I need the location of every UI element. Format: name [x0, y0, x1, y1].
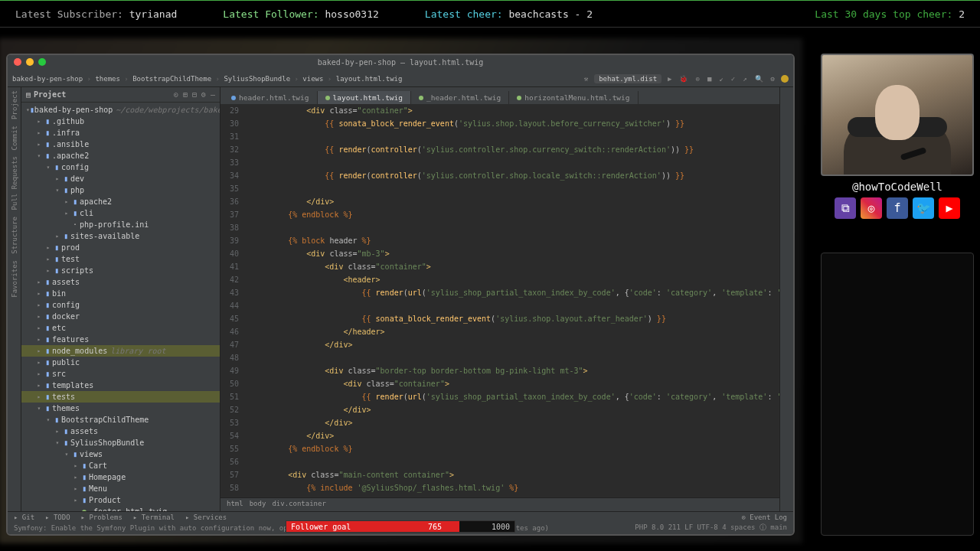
breadcrumb-item[interactable]: baked-by-pen-shop [12, 75, 95, 83]
code-lines[interactable]: <div class="container"> {{ sonata_block_… [245, 104, 779, 497]
project-tool-tab[interactable]: Project [11, 90, 18, 119]
tree-item[interactable]: ● _footer.html.twig [21, 506, 220, 511]
editor-tab[interactable]: header.html.twig [224, 91, 318, 104]
tree-item[interactable]: ▸ ▮ dev [21, 173, 220, 184]
right-tool-strip[interactable] [779, 87, 793, 511]
tree-item[interactable]: ▸ ▮ assets [21, 425, 220, 437]
breadcrumb-item[interactable]: views [302, 75, 335, 83]
folder-icon: ▮ [43, 289, 52, 298]
tree-item[interactable]: ▸ ▮ .github [21, 116, 220, 127]
tree-item[interactable]: ▾ ▮ themes [21, 403, 220, 414]
tree-item[interactable]: ▾ ▮ baked-by-pen-shop~/code/webprojects/… [21, 104, 220, 116]
tree-item[interactable]: ▾ ▮ .apache2 [21, 150, 220, 161]
folder-icon: ▮ [52, 416, 61, 424]
tool-window-tab[interactable]: ▸ Terminal [133, 514, 175, 521]
tree-item[interactable]: ▾ ▮ config [21, 161, 220, 173]
editor-tab[interactable]: layout.html.twig [318, 91, 412, 104]
editor-tab[interactable]: horizontalMenu.html.twig [509, 91, 638, 104]
close-icon[interactable] [14, 58, 21, 66]
code-crumb[interactable]: body [250, 500, 266, 510]
tree-item[interactable]: · php-profile.ini [21, 219, 220, 230]
tree-item[interactable]: ▸ ▮ sites-available [21, 230, 220, 242]
tree-item[interactable]: ▸ ▮ bin [21, 288, 220, 299]
project-dropdown[interactable]: ▤ [26, 90, 31, 99]
tree-item[interactable]: ▸ ▮ Cart [21, 460, 220, 471]
event-log-link[interactable]: ⊙ Event Log [741, 514, 787, 521]
stop-icon[interactable]: ■ [706, 75, 713, 83]
git-commit-icon[interactable]: ✓ [730, 75, 737, 83]
select-opened-icon[interactable]: ⊙ [174, 90, 178, 99]
favorites-tool-tab[interactable]: Favorites [11, 260, 18, 298]
expand-all-icon[interactable]: ⊞ [183, 90, 188, 99]
project-tree[interactable]: ▾ ▮ baked-by-pen-shop~/code/webprojects/… [21, 103, 220, 511]
hammer-icon[interactable]: ⚒ [583, 75, 590, 83]
settings-icon[interactable]: ⚙ [201, 90, 206, 99]
tree-item[interactable]: ▸ ▮ config [21, 299, 220, 311]
left-tool-strip[interactable]: Project Commit Pull Requests Structure F… [8, 87, 21, 511]
git-pull-icon[interactable]: ↙ [717, 75, 724, 83]
editor-tab[interactable]: _header.html.twig [411, 91, 509, 104]
maximize-icon[interactable] [38, 58, 46, 66]
tree-item[interactable]: ▸ ▮ cli [21, 207, 220, 219]
tree-item[interactable]: ▸ ▮ tests [21, 391, 220, 403]
tree-item[interactable]: ▾ ▮ views [21, 448, 220, 460]
tool-window-tab[interactable]: ▸ Problems [81, 514, 122, 521]
tree-item[interactable]: ▸ ▮ .infra [21, 127, 220, 139]
tool-window-tab[interactable]: ▸ Git [14, 514, 34, 521]
follower-goal-bar: Follower goal 765 1000 [286, 520, 515, 533]
tool-window-tab[interactable]: ▸ Services [185, 514, 227, 521]
editor-tabs[interactable]: header.html.twiglayout.html.twig_header.… [220, 87, 779, 104]
collapse-all-icon[interactable]: ⊟ [192, 90, 197, 99]
tree-item[interactable]: ▸ ▮ etc [21, 322, 220, 334]
tree-item[interactable]: ▾ ▮ BootstrapChildTheme [21, 414, 220, 425]
tree-item[interactable]: ▸ ▮ assets [21, 276, 220, 288]
folder-icon: ▮ [61, 186, 70, 194]
tree-item[interactable]: ▾ ▮ php [21, 184, 220, 196]
notifications-icon[interactable] [781, 75, 789, 83]
run-icon[interactable]: ▶ [666, 75, 673, 83]
tree-item[interactable]: ▸ ▮ .ansible [21, 139, 220, 150]
window-controls[interactable] [14, 58, 46, 66]
breadcrumb-item[interactable]: layout.html.twig [336, 75, 403, 83]
twitch-icon[interactable]: ⧉ [835, 197, 856, 219]
tree-item[interactable]: ▾ ▮ SyliusShopBundle [21, 437, 220, 448]
minimize-icon[interactable] [26, 58, 34, 66]
youtube-icon[interactable]: ▶ [939, 197, 960, 219]
tree-item[interactable]: ▸ ▮ public [21, 357, 220, 368]
tree-item[interactable]: ▸ ▮ src [21, 368, 220, 380]
project-title[interactable]: Project [34, 90, 66, 99]
breadcrumb-item[interactable]: BootstrapChildTheme [132, 75, 224, 83]
instagram-icon[interactable]: ◎ [861, 197, 882, 219]
tree-item[interactable]: ▸ ▮ apache2 [21, 196, 220, 207]
tree-item[interactable]: ▸ ▮ Menu [21, 483, 220, 494]
twitter-icon[interactable]: 🐦 [913, 197, 934, 219]
search-icon[interactable]: 🔍 [753, 75, 765, 83]
tool-window-tab[interactable]: ▸ TODO [45, 514, 70, 521]
folder-icon: ▮ [61, 232, 70, 240]
facebook-icon[interactable]: f [887, 197, 908, 219]
run-config-selector[interactable]: behat.yml.dist [594, 74, 662, 83]
code-crumb[interactable]: html [227, 500, 243, 510]
structure-tool-tab[interactable]: Structure [11, 217, 18, 254]
tree-item[interactable]: ▸ ▮ templates [21, 380, 220, 391]
breadcrumb-item[interactable]: themes [95, 75, 132, 83]
tree-item[interactable]: ▸ ▮ features [21, 334, 220, 345]
git-push-icon[interactable]: ↗ [741, 75, 748, 83]
code-crumb[interactable]: div.container [272, 500, 325, 510]
pull-requests-tool-tab[interactable]: Pull Requests [11, 156, 18, 210]
tree-item[interactable]: ▸ ▮ test [21, 253, 220, 265]
breadcrumb-item[interactable]: SyliusShopBundle [224, 75, 302, 83]
tree-item[interactable]: ▸ ▮ node_moduleslibrary root [21, 345, 220, 357]
code-editor[interactable]: 29 30 31 32 33 34 35 36 37 38 39 40 41 4… [220, 104, 779, 497]
tree-item[interactable]: ▸ ▮ docker [21, 311, 220, 322]
hide-icon[interactable]: — [211, 90, 215, 99]
settings-icon[interactable]: ⚙ [769, 75, 776, 83]
tree-item[interactable]: ▸ ▮ Homepage [21, 471, 220, 483]
debug-icon[interactable]: 🐞 [678, 75, 689, 83]
coverage-icon[interactable]: ⊙ [694, 75, 701, 83]
commit-tool-tab[interactable]: Commit [11, 126, 18, 151]
tree-item[interactable]: ▸ ▮ scripts [21, 265, 220, 276]
tree-item[interactable]: ▸ ▮ prod [21, 242, 220, 253]
tree-item[interactable]: ▸ ▮ Product [21, 494, 220, 506]
breadcrumb-bar[interactable]: htmlbodydiv.container [220, 497, 779, 511]
